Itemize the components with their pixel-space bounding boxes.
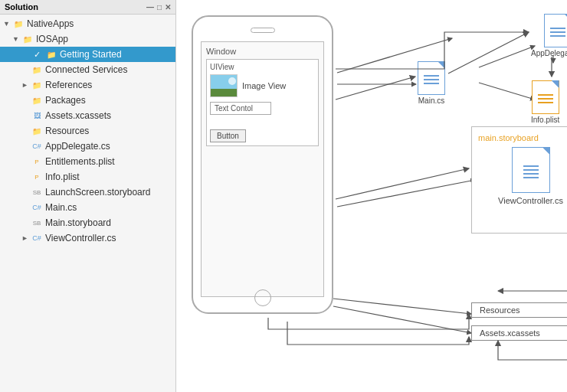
- folder-open-icon: 📁: [21, 33, 34, 45]
- sidebar-item-label: Connected Services: [45, 64, 127, 75]
- sidebar-item-entitlements[interactable]: P Entitlements.plist: [0, 154, 175, 169]
- appdelegate-cs-label: AppDelegate.cs: [531, 49, 567, 57]
- sidebar-maximize[interactable]: □: [157, 3, 162, 11]
- doc-shape: [532, 80, 559, 114]
- doc-lines: [523, 165, 539, 178]
- svg-line-4: [337, 180, 475, 207]
- uiview-label: UIView: [210, 63, 315, 71]
- image-view-label: Image View: [242, 81, 286, 90]
- phone-mockup: Window UIView Image View Text Contol: [192, 15, 333, 314]
- svg-line-5: [333, 299, 471, 314]
- folder-icon: 📁: [31, 79, 43, 91]
- sidebar-item-resources[interactable]: 📁 Resources: [0, 123, 175, 139]
- image-view-box: Image View: [210, 74, 315, 97]
- sidebar-item-main-storyboard[interactable]: SB Main.storyboard: [0, 215, 175, 230]
- sidebar-close[interactable]: ✕: [165, 3, 171, 11]
- sidebar-item-nativeapps[interactable]: ▼ 📁 NativeApps: [0, 16, 175, 31]
- arrow-ref: ►: [21, 81, 31, 89]
- arrow-vc: ►: [21, 234, 31, 242]
- sidebar-item-label: IOSApp: [36, 34, 68, 44]
- doc-shape: [544, 14, 567, 47]
- sidebar-item-label: Info.plist: [45, 172, 80, 182]
- folder-icon: 📁: [45, 48, 57, 60]
- folder-icon: 📁: [31, 94, 43, 106]
- window-label: Window: [206, 47, 319, 56]
- svg-line-6: [333, 306, 471, 333]
- sidebar-title: Solution: [5, 2, 38, 11]
- appdelegate-cs-file-icon: AppDelegate.cs: [531, 14, 567, 57]
- folder-icon: 📁: [31, 64, 43, 76]
- sidebar-item-label: Assets.xcassets: [45, 110, 111, 121]
- info-plist-file-icon: Info.plist: [531, 80, 559, 124]
- sidebar-item-main-cs[interactable]: C# Main.cs: [0, 200, 175, 215]
- text-control-box[interactable]: Text Contol: [210, 102, 271, 115]
- sidebar-item-label: NativeApps: [27, 18, 74, 29]
- sidebar-item-info-plist[interactable]: P Info.plist: [0, 169, 175, 185]
- folder-open-icon: 📁: [12, 18, 25, 30]
- doc-lines: [538, 94, 553, 103]
- phone-speaker: [251, 28, 275, 33]
- assets-label: Assets.xcassets: [480, 328, 540, 338]
- checkmark-icon: ✓: [31, 48, 43, 60]
- arrow-iosapp: ▼: [12, 35, 21, 43]
- sidebar: Solution — □ ✕ ▼ 📁 NativeApps ▼ 📁 IOSApp…: [0, 0, 176, 392]
- cs-file-icon: C#: [31, 201, 43, 214]
- sidebar-item-label: ViewController.cs: [45, 233, 116, 243]
- resources-label: Resources: [480, 305, 520, 315]
- sidebar-item-appdelegate[interactable]: C# AppDelegate.cs: [0, 139, 175, 154]
- button-box[interactable]: Button: [210, 129, 246, 142]
- sidebar-item-iosapp[interactable]: ▼ 📁 IOSApp: [0, 31, 175, 47]
- info-plist-label: Info.plist: [531, 116, 559, 124]
- sidebar-item-packages[interactable]: 📁 Packages: [0, 93, 175, 108]
- doc-shape: [418, 61, 445, 95]
- main-cs-label: Main.cs: [418, 96, 444, 105]
- plist-icon: P: [31, 155, 43, 168]
- sidebar-item-label: Resources: [45, 126, 89, 136]
- sidebar-item-label: Packages: [45, 95, 86, 106]
- viewcontroller-file: ViewController.cs: [498, 147, 563, 205]
- storyboard-box: main.storyboard ViewController.cs: [471, 126, 567, 234]
- sidebar-header: Solution — □ ✕: [0, 0, 175, 15]
- sidebar-item-connected-services[interactable]: 📁 Connected Services: [0, 62, 175, 77]
- uiview-box: UIView Image View Text Contol Button: [206, 59, 319, 146]
- svg-line-2: [479, 46, 535, 67]
- sidebar-item-getting-started[interactable]: ✓ 📁 Getting Started: [0, 47, 175, 62]
- storyboard-icon: SB: [31, 186, 43, 198]
- arrow-nativeapps: ▼: [3, 20, 12, 28]
- doc-lines: [424, 75, 439, 84]
- storyboard-icon: SB: [31, 217, 43, 229]
- cs-file-icon: C#: [31, 140, 43, 152]
- svg-rect-10: [211, 89, 238, 97]
- sidebar-item-label: Main.storyboard: [45, 217, 111, 228]
- xcassets-icon: 🖼: [31, 109, 43, 122]
- sidebar-item-viewcontroller[interactable]: ► C# ViewController.cs: [0, 230, 175, 246]
- sidebar-tree: ▼ 📁 NativeApps ▼ 📁 IOSApp ✓ 📁 Getting St…: [0, 15, 175, 392]
- plist-icon: P: [31, 171, 43, 183]
- svg-line-3: [479, 83, 535, 100]
- main-cs-file-icon: Main.cs: [418, 61, 445, 105]
- sidebar-item-label: AppDelegate.cs: [45, 141, 110, 152]
- sidebar-item-references[interactable]: ► 📁 References: [0, 77, 175, 93]
- svg-line-15: [336, 168, 469, 199]
- svg-point-11: [228, 77, 236, 85]
- sidebar-item-label: Getting Started: [60, 49, 122, 60]
- sidebar-item-label: LaunchScreen.storyboard: [45, 187, 150, 198]
- storyboard-label: main.storyboard: [478, 133, 539, 142]
- viewcontroller-cs-label: ViewController.cs: [498, 196, 563, 205]
- svg-line-13: [448, 32, 529, 74]
- phone-window: Window UIView Image View Text Contol: [201, 41, 324, 297]
- folder-icon: 📁: [31, 125, 43, 137]
- svg-line-12: [336, 77, 415, 100]
- assets-xcassets-box: Assets.xcassets: [471, 325, 567, 341]
- resources-box: Resources: [471, 302, 567, 318]
- main-content: Window UIView Image View Text Contol: [176, 0, 567, 392]
- image-thumbnail: [210, 74, 238, 97]
- sidebar-minimize[interactable]: —: [146, 3, 154, 11]
- sidebar-item-assets[interactable]: 🖼 Assets.xcassets: [0, 108, 175, 123]
- sidebar-item-label: Main.cs: [45, 202, 77, 213]
- doc-lines: [550, 28, 565, 37]
- sidebar-item-launchscreen[interactable]: SB LaunchScreen.storyboard: [0, 185, 175, 200]
- sidebar-item-label: References: [45, 80, 92, 90]
- sidebar-item-label: Entitlements.plist: [45, 156, 115, 167]
- sidebar-controls: — □ ✕: [146, 3, 171, 11]
